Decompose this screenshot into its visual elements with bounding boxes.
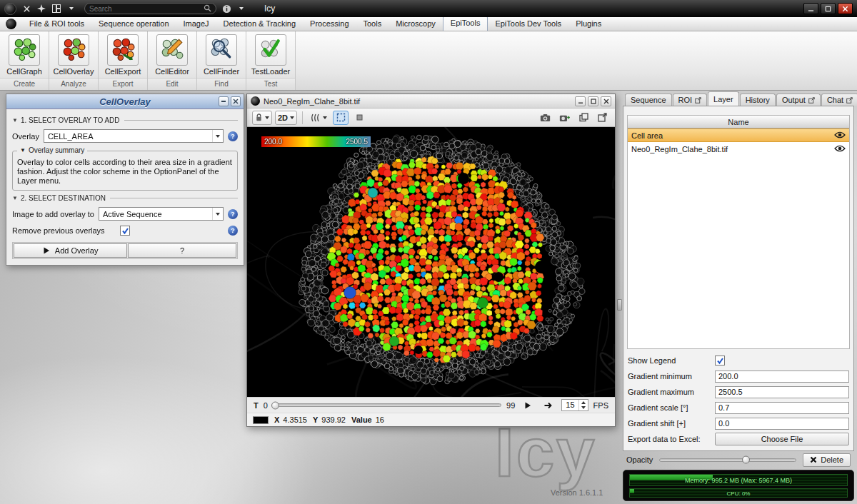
celloverlay-button[interactable] <box>58 34 89 66</box>
camera-plus-icon <box>559 114 570 122</box>
minimize-button[interactable] <box>803 3 818 14</box>
detach-windows-icon[interactable] <box>21 4 31 14</box>
cellfinder-button[interactable] <box>206 34 237 66</box>
ribbon-group-find: CellFinder Find <box>197 31 246 90</box>
choose-file-button[interactable]: Choose File <box>715 433 849 445</box>
overlay-type-select[interactable]: CELL_AREA <box>44 129 224 143</box>
gradient-maximum-input[interactable] <box>715 386 849 398</box>
tab-history[interactable]: History <box>740 94 776 106</box>
celleditor-icon <box>160 36 184 64</box>
tile-windows-icon[interactable] <box>51 4 61 14</box>
opacity-slider[interactable] <box>659 458 796 462</box>
dialog-help-button[interactable]: ? <box>128 243 236 258</box>
view-mode-select[interactable]: 2D <box>275 111 297 125</box>
icy-logo-icon[interactable] <box>4 3 16 15</box>
tab-layer[interactable]: Layer <box>708 91 739 106</box>
fps-spinner[interactable]: 15 <box>561 399 588 411</box>
info-icon[interactable] <box>221 4 231 14</box>
panel-splitter[interactable] <box>617 94 622 471</box>
maximize-button[interactable] <box>821 3 836 14</box>
destination-select[interactable]: Active Sequence <box>99 207 224 221</box>
tab-microscopy[interactable]: Microscopy <box>389 17 443 31</box>
add-overlay-button[interactable]: Add Overlay <box>14 243 127 258</box>
remove-overlays-help-icon[interactable]: ? <box>228 226 238 236</box>
waves-icon <box>311 114 321 122</box>
destination-help-icon[interactable]: ? <box>228 209 238 219</box>
memory-usage-bar: Memory: 995.2 MB (Max: 5967.4 MB) <box>629 474 848 486</box>
gradient-scale-input[interactable] <box>715 402 849 414</box>
tab-sequence-label: Sequence <box>631 96 666 104</box>
dialog-close-button[interactable] <box>231 96 241 106</box>
tab-roi[interactable]: ROI <box>673 94 708 106</box>
tab-plugins[interactable]: Plugins <box>568 17 608 31</box>
layer-visibility-eye-icon[interactable] <box>834 131 846 140</box>
tab-output[interactable]: Output <box>776 94 821 106</box>
play-button[interactable] <box>520 398 536 413</box>
group-label-edit: Edit <box>148 78 196 90</box>
snapshot-region-button[interactable] <box>556 111 573 125</box>
time-slider-thumb[interactable] <box>271 401 279 409</box>
show-legend-checkbox[interactable] <box>715 356 725 366</box>
tab-sequence[interactable]: Sequence <box>625 94 672 106</box>
remove-overlays-label: Remove previous overlays <box>12 226 116 235</box>
ribbon-group-edit: CellEditor Edit <box>148 31 197 90</box>
layer-row-cell-area[interactable]: Cell area <box>628 128 849 142</box>
fit-canvas-button[interactable] <box>351 111 367 125</box>
tab-detection-tracking[interactable]: Detection & Tracking <box>216 17 304 31</box>
gradient-minimum-input[interactable] <box>715 371 849 383</box>
loop-button[interactable] <box>541 398 556 413</box>
section-select-overlay[interactable]: ▼ 1. SELECT OVERLAY TO ADD <box>12 116 238 124</box>
info-menu-caret-icon[interactable] <box>236 4 246 14</box>
tab-imagej[interactable]: ImageJ <box>176 17 216 31</box>
lock-view-button[interactable] <box>252 111 272 125</box>
tab-chat[interactable]: Chat <box>821 94 857 106</box>
window-menu-caret-icon[interactable] <box>66 4 76 14</box>
combo-caret-icon <box>212 130 223 142</box>
layer-row-image[interactable]: Neo0_RegIm_Clahe_8bit.tif <box>628 142 849 156</box>
organize-windows-icon[interactable] <box>36 4 46 14</box>
viewer-titlebar[interactable]: Neo0_RegIm_Clahe_8bit.tif <box>247 94 615 109</box>
viewer-minimize-button[interactable] <box>575 96 586 106</box>
tab-epitools-dev-tools[interactable]: EpiTools Dev Tools <box>488 17 568 31</box>
opacity-slider-thumb[interactable] <box>742 456 750 464</box>
overlay-summary-legend[interactable]: ▼ Overlay summary <box>17 146 87 154</box>
celleditor-label: CellEditor <box>155 67 189 76</box>
image-canvas[interactable] <box>247 127 615 397</box>
tab-processing[interactable]: Processing <box>303 17 356 31</box>
overlay-label: Overlay <box>12 132 39 141</box>
duplicate-view-button[interactable] <box>576 111 591 125</box>
testloader-button[interactable] <box>255 34 286 66</box>
remove-overlays-checkbox[interactable] <box>120 226 130 236</box>
celloverlay-dialog-titlebar[interactable]: CellOverlay <box>6 94 244 109</box>
layer-visibility-eye-icon[interactable] <box>834 145 846 153</box>
close-button[interactable] <box>838 3 853 14</box>
cellexport-button[interactable] <box>107 34 139 66</box>
ribbon-group-analyze: CellOverlay Analyze <box>49 31 99 90</box>
layer-properties: Show Legend Gradient minimum Gradient ma… <box>623 351 853 450</box>
dialog-collapse-button[interactable] <box>219 96 229 106</box>
fps-spinner-arrows[interactable] <box>578 400 588 410</box>
viewer-close-button[interactable] <box>601 96 611 106</box>
selection-tool-button[interactable] <box>333 111 349 125</box>
time-slider[interactable] <box>273 403 501 407</box>
viewer-maximize-button[interactable] <box>588 96 598 106</box>
window-controls <box>803 3 853 14</box>
gradient-shift-input[interactable] <box>715 418 849 430</box>
splitter-handle[interactable] <box>617 299 622 311</box>
search-input[interactable] <box>89 5 204 13</box>
cellgraph-button[interactable] <box>9 34 40 66</box>
celleditor-button[interactable] <box>156 34 188 66</box>
tab-sequence-operation[interactable]: Sequence operation <box>91 17 176 31</box>
tab-epitools[interactable]: EpiTools <box>443 16 488 31</box>
tab-file-roi-tools[interactable]: File & ROI tools <box>22 17 91 31</box>
icy-mini-logo-icon[interactable] <box>6 19 16 29</box>
window-title: Icy <box>264 4 275 14</box>
tab-tools[interactable]: Tools <box>356 17 389 31</box>
overlay-help-icon[interactable]: ? <box>228 131 238 141</box>
search-icon[interactable] <box>204 2 211 15</box>
delete-layer-button[interactable]: Delete <box>803 453 851 467</box>
section-select-destination[interactable]: ▼ 2. SELECT DESTINATION <box>12 194 238 202</box>
detach-view-button[interactable] <box>594 111 610 125</box>
snapshot-button[interactable] <box>537 111 553 125</box>
lut-scroll-button[interactable] <box>308 111 330 125</box>
